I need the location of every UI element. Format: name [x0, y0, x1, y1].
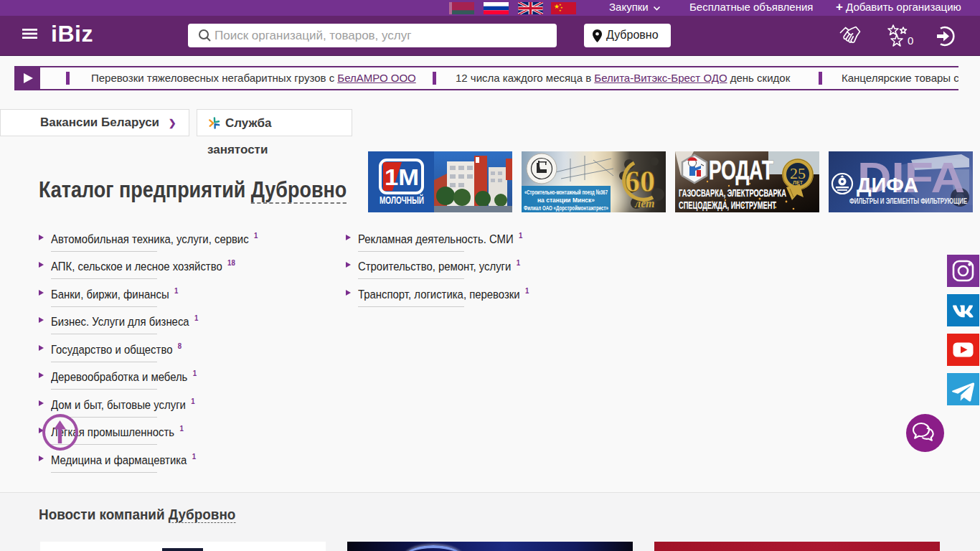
svg-text:«Строительно-монтажный поезд №: «Строительно-монтажный поезд №367: [524, 188, 608, 196]
svg-text:★: ★: [559, 9, 562, 12]
svg-text:ЛЕТ: ЛЕТ: [793, 180, 804, 185]
svg-text:на станции Минск»: на станции Минск»: [537, 196, 595, 204]
svg-text:0: 0: [908, 34, 913, 47]
svg-text:Филиал ОАО «Дорстроймонтажтрес: Филиал ОАО «Дорстроймонтажтрест»: [524, 204, 608, 212]
svg-text:СПЕЦОДЕЖДА, ИНСТРУМЕНТ: СПЕЦОДЕЖДА, ИНСТРУМЕНТ: [679, 199, 776, 211]
svg-text:60: 60: [625, 165, 655, 198]
svg-text:ФИЛЬТРЫ И ЭЛЕМЕНТЫ ФИЛЬТРУЮЩИЕ: ФИЛЬТРЫ И ЭЛЕМЕНТЫ ФИЛЬТРУЮЩИЕ: [849, 197, 967, 205]
svg-text:РОДАТ: РОДАТ: [709, 156, 773, 185]
svg-text:ГАЗОСВАРКА, ЭЛЕКТРОСВАРКА: ГАЗОСВАРКА, ЭЛЕКТРОСВАРКА: [679, 187, 786, 199]
svg-text:МОЛОЧНЫЙ: МОЛОЧНЫЙ: [380, 194, 424, 206]
svg-text:1М: 1М: [385, 164, 419, 190]
svg-text:лет: лет: [634, 197, 655, 209]
svg-text:ДИФА: ДИФА: [857, 174, 918, 197]
